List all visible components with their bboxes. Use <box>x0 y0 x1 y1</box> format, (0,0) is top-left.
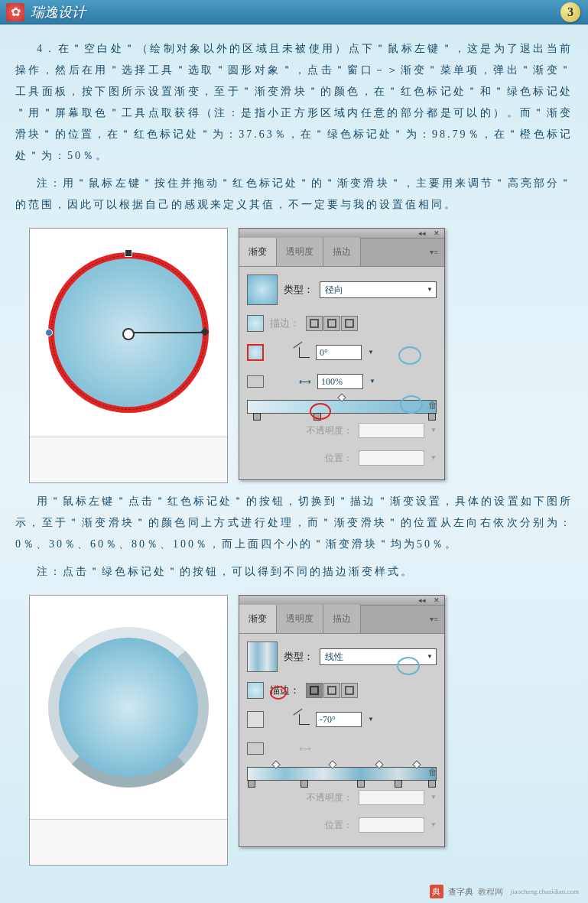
transform-handle-left[interactable] <box>45 329 53 336</box>
angle-dropdown-icon[interactable]: ▼ <box>368 709 374 730</box>
logo-icon <box>6 3 24 21</box>
footer-logo-icon: 典 <box>430 885 443 898</box>
panel-titlebar[interactable]: ◂◂ ✕ <box>239 229 444 238</box>
angle-icon <box>299 714 310 725</box>
opacity-stop-2[interactable] <box>328 760 336 768</box>
color-stop-1[interactable] <box>248 780 255 788</box>
figure-row-2: ◂◂ ✕ 渐变 透明度 描边 ▾≡ 类型： 线性 描边： <box>29 595 573 866</box>
aspect-icon-disabled: ⟷ <box>299 738 311 759</box>
panel-menu-icon[interactable]: ▾≡ <box>361 238 444 266</box>
position-input[interactable] <box>359 817 424 833</box>
panel-tabs-2: 渐变 透明度 描边 ▾≡ <box>239 605 444 634</box>
opacity-input[interactable] <box>359 423 424 438</box>
page-number-badge: 3 <box>560 2 580 22</box>
color-stop-4[interactable] <box>395 780 402 788</box>
gradient-ramp[interactable] <box>247 767 437 781</box>
stroke-swatch-selected[interactable] <box>247 344 264 361</box>
fill-swatch[interactable] <box>247 682 264 699</box>
blue-callout-3 <box>397 657 420 675</box>
opacity-dropdown-icon[interactable]: ▼ <box>430 420 437 441</box>
red-callout-1 <box>310 403 331 420</box>
circle-preview-1 <box>29 228 228 483</box>
circle-object-selected[interactable] <box>48 252 209 413</box>
position-dropdown-icon[interactable]: ▼ <box>430 814 437 836</box>
content-area: 4．在＂空白处＂（绘制对象以外的区域且未被使用）点下＂鼠标左键＂，这是为了退出当… <box>0 24 588 881</box>
opacity-dropdown-icon[interactable]: ▼ <box>430 787 437 808</box>
angle-icon <box>299 347 310 358</box>
position-dropdown-icon[interactable]: ▼ <box>430 447 437 469</box>
stroke-align-btn-1[interactable] <box>306 316 323 331</box>
gradient-panel-1: ◂◂ ✕ 渐变 透明度 描边 ▾≡ 类型： 径向 描边： <box>239 228 445 480</box>
stroke-align-btn-2[interactable] <box>323 316 340 331</box>
position-input[interactable] <box>359 450 424 466</box>
gradient-annotator-line[interactable] <box>128 332 205 333</box>
opacity-input[interactable] <box>359 790 424 805</box>
type-dropdown[interactable]: 径向 <box>320 281 437 298</box>
gradient-preview-swatch[interactable] <box>247 642 278 672</box>
paragraph-4-note: 注：点击＂绿色标记处＂的按钮，可以得到不同的描边渐变样式。 <box>15 561 573 583</box>
angle-input[interactable]: 0° <box>316 345 362 360</box>
circle-preview-2 <box>29 595 228 866</box>
trash-icon[interactable]: 🗑 <box>427 400 438 411</box>
blue-callout-2 <box>400 395 423 414</box>
footer-url: jiaocheng.chazidian.com <box>511 888 579 895</box>
opacity-label: 不透明度： <box>307 787 352 808</box>
reverse-gradient-icon[interactable] <box>247 742 264 755</box>
stroke-swatch[interactable] <box>247 711 264 728</box>
type-label: 类型： <box>284 646 313 668</box>
paragraph-1: 4．在＂空白处＂（绘制对象以外的区域且未被使用）点下＂鼠标左键＂，这是为了退出当… <box>15 38 573 167</box>
footer-site-suffix: 教程网 <box>478 886 503 898</box>
tab-transparency[interactable]: 透明度 <box>277 605 323 633</box>
tab-gradient[interactable]: 渐变 <box>239 605 277 633</box>
fill-swatch[interactable] <box>247 315 264 332</box>
color-stop-2[interactable] <box>300 780 308 788</box>
gradient-panel-2: ◂◂ ✕ 渐变 透明度 描边 ▾≡ 类型： 线性 描边： <box>239 595 445 847</box>
aspect-dropdown-icon[interactable]: ▼ <box>369 371 375 392</box>
footer-site-name: 查字典 <box>448 886 473 898</box>
tab-gradient[interactable]: 渐变 <box>239 238 277 266</box>
transform-handle-top[interactable] <box>125 249 132 257</box>
red-callout-2 <box>270 686 287 700</box>
opacity-stop-1[interactable] <box>271 760 280 768</box>
opacity-stop-4[interactable] <box>413 760 421 768</box>
position-label: 位置： <box>325 447 352 469</box>
opacity-label: 不透明度： <box>307 420 352 441</box>
header-title: 瑞逸设计 <box>31 3 86 21</box>
tab-transparency[interactable]: 透明度 <box>277 238 323 266</box>
opacity-stop-3[interactable] <box>375 760 384 768</box>
color-stop-1[interactable] <box>253 413 261 421</box>
color-stop-3[interactable] <box>357 780 365 788</box>
stroke-align-btn-1[interactable] <box>306 683 323 698</box>
figure-row-1: ◂◂ ✕ 渐变 透明度 描边 ▾≡ 类型： 径向 描边： <box>29 228 573 483</box>
footer: 典 查字典 教程网 jiaocheng.chazidian.com <box>430 885 579 898</box>
type-label: 类型： <box>284 279 313 300</box>
aspect-icon: ⟷ <box>299 371 311 392</box>
tab-stroke[interactable]: 描边 <box>323 238 361 266</box>
trash-icon[interactable]: 🗑 <box>427 767 438 778</box>
page-header: 瑞逸设计 3 <box>0 0 588 24</box>
angle-dropdown-icon[interactable]: ▼ <box>368 342 374 363</box>
gradient-preview-swatch[interactable] <box>247 274 278 305</box>
aspect-input[interactable]: 100% <box>317 374 363 389</box>
angle-input[interactable]: -70° <box>316 712 362 727</box>
stroke-align-btn-3[interactable] <box>341 316 358 331</box>
stroke-label: 描边： <box>270 313 300 334</box>
blue-callout-1 <box>398 346 421 365</box>
panel-titlebar-2[interactable]: ◂◂ ✕ <box>239 596 444 605</box>
position-label: 位置： <box>325 814 352 836</box>
stroke-align-btn-2[interactable] <box>323 683 340 698</box>
paragraph-2-note: 注：用＂鼠标左键＂按住并拖动＂红色标记处＂的＂渐变滑块＂，主要用来调节＂高亮部分… <box>15 173 573 216</box>
panel-menu-icon[interactable]: ▾≡ <box>361 605 444 633</box>
panel-tabs: 渐变 透明度 描边 ▾≡ <box>239 238 444 267</box>
reverse-gradient-icon[interactable] <box>247 375 264 388</box>
opacity-stop[interactable] <box>337 393 346 401</box>
tab-stroke[interactable]: 描边 <box>323 605 361 633</box>
paragraph-3: 用＂鼠标左键＂点击＂红色标记处＂的按钮，切换到＂描边＂渐变设置，具体的设置如下图… <box>15 491 573 555</box>
circle-object-stroked <box>48 627 209 788</box>
stroke-align-btn-3[interactable] <box>341 683 358 698</box>
